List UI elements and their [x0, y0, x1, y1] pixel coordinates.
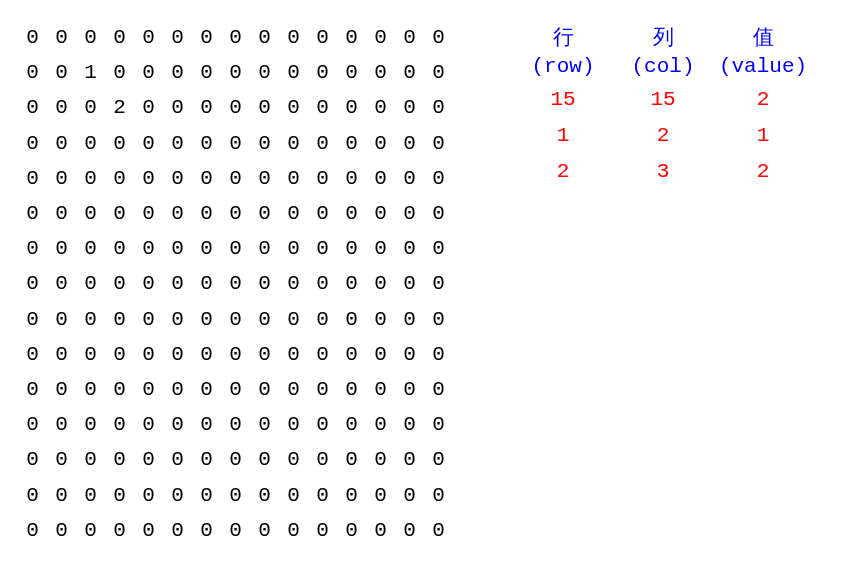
matrix-cell: 0: [192, 132, 221, 155]
matrix-cell: 0: [395, 484, 424, 507]
matrix-cell: 0: [134, 61, 163, 84]
matrix-cell: 0: [250, 237, 279, 260]
sparse-data-cell: 1: [513, 124, 613, 147]
matrix-cell: 0: [250, 132, 279, 155]
matrix-cell: 0: [366, 448, 395, 471]
matrix-cell: 0: [221, 26, 250, 49]
matrix-row: 000000000000000: [18, 20, 453, 55]
header-row: 行 (row): [513, 25, 613, 81]
matrix-cell: 0: [250, 448, 279, 471]
matrix-cell: 0: [105, 519, 134, 542]
header-col-cn: 列: [613, 25, 713, 53]
matrix-row: 000200000000000: [18, 90, 453, 125]
matrix-cell: 0: [424, 484, 453, 507]
matrix-cell: 0: [366, 378, 395, 401]
matrix-cell: 0: [308, 343, 337, 366]
matrix-cell: 0: [192, 413, 221, 436]
matrix-cell: 0: [424, 378, 453, 401]
matrix-cell: 0: [337, 132, 366, 155]
matrix-cell: 0: [308, 237, 337, 260]
matrix-cell: 0: [221, 132, 250, 155]
matrix-cell: 0: [221, 237, 250, 260]
matrix-cell: 0: [163, 132, 192, 155]
matrix-cell: 0: [337, 272, 366, 295]
matrix-cell: 0: [221, 96, 250, 119]
matrix-cell: 0: [47, 343, 76, 366]
matrix-cell: 0: [221, 413, 250, 436]
matrix-cell: 0: [337, 448, 366, 471]
matrix-cell: 0: [47, 272, 76, 295]
matrix-cell: 0: [250, 167, 279, 190]
matrix-cell: 0: [424, 26, 453, 49]
matrix-cell: 0: [192, 484, 221, 507]
matrix-cell: 0: [76, 202, 105, 225]
matrix-cell: 0: [105, 308, 134, 331]
matrix-cell: 0: [18, 519, 47, 542]
matrix-cell: 0: [366, 519, 395, 542]
matrix-cell: 0: [250, 96, 279, 119]
sparse-data-cell: 2: [513, 160, 613, 183]
matrix-cell: 0: [47, 96, 76, 119]
matrix-cell: 0: [18, 272, 47, 295]
matrix-cell: 0: [279, 519, 308, 542]
matrix-cell: 0: [18, 378, 47, 401]
matrix-cell: 0: [134, 237, 163, 260]
sparse-data-row: 232: [513, 153, 813, 189]
matrix-cell: 0: [76, 343, 105, 366]
matrix-cell: 0: [250, 61, 279, 84]
matrix-cell: 0: [76, 378, 105, 401]
matrix-cell: 0: [308, 519, 337, 542]
matrix-row: 000000000000000: [18, 477, 453, 512]
matrix-cell: 0: [163, 237, 192, 260]
header-value-cn: 值: [713, 25, 813, 53]
header-value-en: (value): [713, 53, 813, 81]
matrix-cell: 0: [18, 26, 47, 49]
matrix-cell: 0: [105, 61, 134, 84]
matrix-cell: 0: [250, 202, 279, 225]
matrix-cell: 0: [221, 343, 250, 366]
matrix-cell: 0: [47, 167, 76, 190]
matrix-cell: 1: [76, 61, 105, 84]
matrix-cell: 0: [18, 61, 47, 84]
matrix-cell: 0: [105, 237, 134, 260]
matrix-cell: 0: [395, 413, 424, 436]
header-col: 列 (col): [613, 25, 713, 81]
matrix-cell: 0: [250, 308, 279, 331]
matrix-cell: 0: [47, 413, 76, 436]
matrix-cell: 0: [395, 308, 424, 331]
matrix-cell: 0: [366, 272, 395, 295]
matrix-cell: 0: [221, 378, 250, 401]
matrix-cell: 0: [221, 272, 250, 295]
matrix-cell: 0: [308, 378, 337, 401]
matrix-cell: 0: [366, 61, 395, 84]
matrix-cell: 0: [424, 96, 453, 119]
matrix-cell: 0: [308, 308, 337, 331]
matrix-cell: 0: [424, 237, 453, 260]
matrix-cell: 0: [105, 413, 134, 436]
matrix-cell: 0: [192, 448, 221, 471]
matrix-cell: 0: [366, 132, 395, 155]
matrix-cell: 0: [250, 413, 279, 436]
matrix-cell: 0: [424, 308, 453, 331]
matrix-cell: 0: [366, 26, 395, 49]
matrix-cell: 0: [192, 96, 221, 119]
matrix-cell: 0: [192, 378, 221, 401]
matrix-cell: 0: [105, 484, 134, 507]
matrix-cell: 0: [221, 519, 250, 542]
matrix-cell: 0: [308, 272, 337, 295]
matrix-cell: 0: [279, 272, 308, 295]
matrix-cell: 0: [163, 26, 192, 49]
matrix-cell: 0: [308, 167, 337, 190]
matrix-cell: 0: [366, 96, 395, 119]
matrix-cell: 0: [308, 26, 337, 49]
sparse-header-row: 行 (row) 列 (col) 值 (value): [513, 25, 813, 81]
matrix-cell: 0: [134, 96, 163, 119]
matrix-cell: 0: [76, 96, 105, 119]
matrix-cell: 0: [395, 237, 424, 260]
matrix-cell: 0: [337, 61, 366, 84]
matrix-cell: 0: [163, 272, 192, 295]
matrix-cell: 0: [395, 343, 424, 366]
matrix-row: 000000000000000: [18, 266, 453, 301]
matrix-cell: 0: [105, 448, 134, 471]
matrix-cell: 0: [47, 378, 76, 401]
